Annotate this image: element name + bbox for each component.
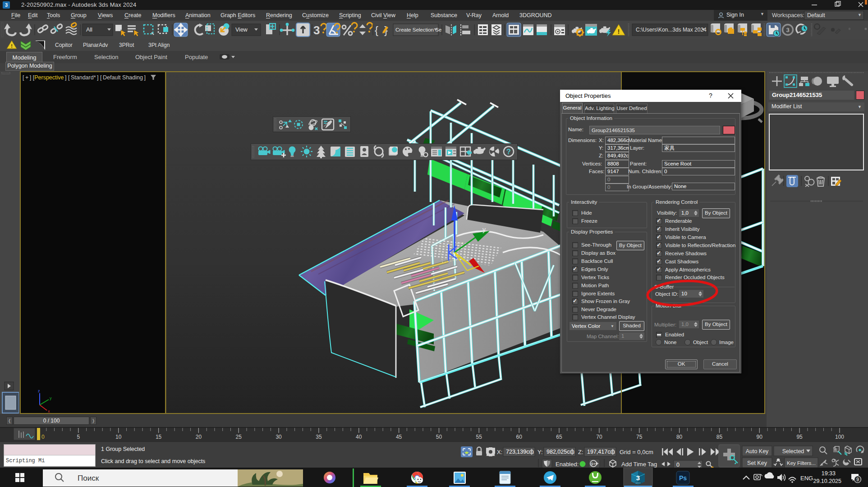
svg-text:Enabled:: Enabled: bbox=[556, 461, 579, 468]
svg-text:?: ? bbox=[506, 148, 511, 156]
svg-text:View: View bbox=[235, 27, 248, 33]
svg-text:Auto Key: Auto Key bbox=[746, 448, 769, 455]
svg-text:3: 3 bbox=[313, 23, 320, 37]
svg-text:25: 25 bbox=[236, 434, 242, 440]
svg-text:Y:: Y: bbox=[537, 449, 543, 455]
svg-text:9+: 9+ bbox=[591, 461, 596, 466]
svg-text:MAX: MAX bbox=[635, 482, 641, 484]
svg-text:10: 10 bbox=[115, 434, 122, 440]
svg-text:60: 60 bbox=[516, 434, 523, 440]
svg-text:30: 30 bbox=[276, 434, 282, 440]
svg-text:3: 3 bbox=[5, 2, 8, 8]
svg-text:40: 40 bbox=[356, 434, 362, 440]
svg-text:X:: X: bbox=[497, 449, 502, 455]
svg-text:15: 15 bbox=[156, 434, 162, 440]
svg-text:982,025cm: 982,025cm bbox=[547, 449, 574, 455]
svg-text:Ps: Ps bbox=[679, 474, 687, 482]
svg-text:29.10.2025: 29.10.2025 bbox=[813, 478, 841, 484]
svg-text:95: 95 bbox=[796, 434, 803, 440]
svg-text:y: y bbox=[50, 396, 52, 400]
svg-text:{: { bbox=[375, 24, 378, 36]
svg-text:20: 20 bbox=[196, 434, 202, 440]
svg-text:Grid = 0,0cm: Grid = 0,0cm bbox=[620, 449, 653, 455]
svg-text:90: 90 bbox=[757, 434, 763, 440]
svg-text:65: 65 bbox=[556, 434, 562, 440]
svg-text:x: x bbox=[48, 409, 50, 413]
svg-text:C:\Users\Kon...3ds Max 2024: C:\Users\Kon...3ds Max 2024 bbox=[636, 27, 707, 33]
svg-text:55: 55 bbox=[476, 434, 482, 440]
svg-text:0: 0 bbox=[676, 462, 680, 468]
svg-text:Key Filters...: Key Filters... bbox=[787, 460, 816, 466]
svg-text:197,417cm: 197,417cm bbox=[587, 449, 615, 455]
svg-text:Поиск: Поиск bbox=[78, 474, 99, 482]
svg-text:All: All bbox=[86, 27, 92, 33]
svg-text:Z:: Z: bbox=[578, 449, 583, 455]
svg-text:!: ! bbox=[618, 28, 620, 35]
svg-text:!: ! bbox=[11, 43, 13, 49]
svg-text:50: 50 bbox=[436, 434, 442, 440]
svg-text:100: 100 bbox=[835, 434, 844, 440]
svg-text:z: z bbox=[38, 389, 40, 393]
svg-text:75: 75 bbox=[636, 434, 643, 440]
svg-text:723,139cm: 723,139cm bbox=[506, 449, 534, 455]
svg-text:y: y bbox=[482, 226, 486, 233]
svg-text:35: 35 bbox=[316, 434, 322, 440]
svg-text:3: 3 bbox=[786, 27, 789, 33]
svg-text:45: 45 bbox=[396, 434, 402, 440]
svg-text:Create Selection Se: Create Selection Se bbox=[395, 27, 441, 32]
svg-text:5: 5 bbox=[77, 434, 80, 440]
svg-text:19:33: 19:33 bbox=[822, 470, 836, 477]
svg-text:ENG: ENG bbox=[800, 475, 813, 482]
svg-text:9: 9 bbox=[856, 477, 859, 482]
svg-text:3: 3 bbox=[636, 474, 640, 482]
svg-text:Set Key: Set Key bbox=[747, 460, 767, 466]
svg-text:Selected: Selected bbox=[782, 448, 804, 455]
svg-text:0: 0 bbox=[41, 434, 45, 440]
svg-text:80: 80 bbox=[676, 434, 683, 440]
svg-text:85: 85 bbox=[716, 434, 723, 440]
svg-text:70: 70 bbox=[596, 434, 602, 440]
svg-text:Add Time Tag: Add Time Tag bbox=[621, 461, 657, 468]
